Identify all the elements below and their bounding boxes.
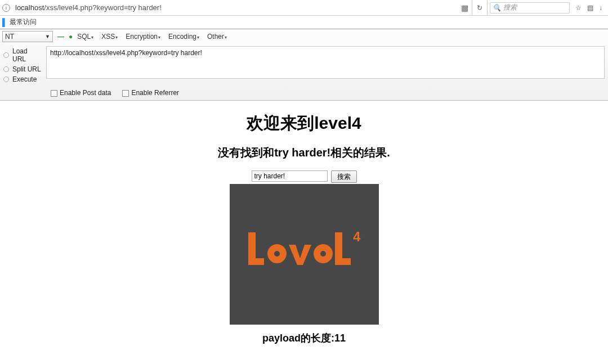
svg-text:4: 4 bbox=[353, 229, 361, 244]
info-icon[interactable]: i bbox=[2, 4, 10, 12]
search-form: 搜索 bbox=[0, 170, 608, 183]
bookmark-most-visited[interactable]: 最常访问 bbox=[10, 17, 37, 27]
hackbar-dropdown[interactable]: NT ▼ bbox=[2, 31, 53, 42]
menu-encoding[interactable]: Encoding bbox=[168, 33, 199, 41]
search-placeholder: 搜索 bbox=[503, 3, 517, 12]
svg-rect-3 bbox=[335, 258, 351, 265]
execute-label: Execute bbox=[12, 75, 37, 83]
level-image: 4 bbox=[230, 184, 379, 325]
hackbar-top-row: NT ▼ — ● SQL XSS Encryption Encoding Oth… bbox=[0, 29, 608, 44]
execute-button[interactable]: Execute bbox=[0, 74, 46, 84]
split-url-button[interactable]: Split URL bbox=[0, 64, 46, 74]
radio-icon bbox=[3, 52, 9, 58]
radio-icon bbox=[3, 77, 9, 82]
enable-referrer-checkbox[interactable]: Enable Referrer bbox=[122, 89, 179, 97]
enable-referrer-label: Enable Referrer bbox=[131, 89, 179, 97]
hackbar-body: Load URL Split URL Execute http://localh… bbox=[0, 44, 608, 87]
browser-url-bar: i localhost/xss/level4.php?keyword=try h… bbox=[0, 0, 608, 16]
enable-post-label: Enable Post data bbox=[60, 89, 111, 97]
qr-icon[interactable]: ▦ bbox=[459, 3, 470, 12]
url-host: localhost bbox=[15, 3, 44, 12]
status-dot-icon: ● bbox=[69, 33, 73, 41]
load-url-button[interactable]: Load URL bbox=[0, 46, 46, 64]
refresh-icon[interactable]: ↻ bbox=[472, 0, 488, 15]
level4-logo: 4 bbox=[245, 229, 363, 280]
load-url-label: Load URL bbox=[12, 47, 43, 63]
clipboard-icon[interactable]: ▤ bbox=[587, 4, 593, 12]
hackbar-options: Enable Post data Enable Referrer bbox=[0, 87, 608, 100]
chevron-down-icon: ▼ bbox=[45, 34, 50, 39]
bookmark-bar: ▌ 最常访问 bbox=[0, 16, 608, 29]
enable-post-checkbox[interactable]: Enable Post data bbox=[51, 89, 111, 97]
browser-search-input[interactable]: 🔍 搜索 bbox=[490, 2, 570, 14]
star-icon[interactable]: ☆ bbox=[575, 4, 582, 12]
checkbox-icon bbox=[122, 90, 129, 97]
radio-icon bbox=[3, 66, 9, 72]
keyword-input[interactable] bbox=[252, 170, 328, 182]
svg-rect-1 bbox=[248, 258, 264, 265]
url-path: /xss/level4.php?keyword=try harder! bbox=[44, 3, 161, 12]
checkbox-icon bbox=[51, 90, 57, 97]
menu-xss[interactable]: XSS bbox=[101, 33, 118, 41]
hackbar-actions: Load URL Split URL Execute bbox=[0, 44, 46, 87]
split-url-label: Split URL bbox=[12, 65, 41, 73]
hackbar-menus: SQL XSS Encryption Encoding Other bbox=[77, 33, 227, 41]
hackbar-panel: NT ▼ — ● SQL XSS Encryption Encoding Oth… bbox=[0, 29, 608, 101]
payload-length: payload的长度:11 bbox=[0, 331, 608, 345]
menu-sql[interactable]: SQL bbox=[77, 33, 93, 41]
bookmark-icon: ▌ bbox=[2, 18, 7, 26]
toolbar-right: ☆ ▤ ↓ bbox=[572, 4, 606, 12]
hackbar-dropdown-value: NT bbox=[5, 33, 14, 41]
download-icon[interactable]: ↓ bbox=[599, 4, 602, 12]
status-dash-icon: — bbox=[57, 33, 64, 41]
url-display[interactable]: localhost/xss/level4.php?keyword=try har… bbox=[12, 2, 457, 14]
menu-other[interactable]: Other bbox=[207, 33, 227, 41]
page-title: 欢迎来到level4 bbox=[0, 112, 608, 135]
menu-encryption[interactable]: Encryption bbox=[126, 33, 160, 41]
search-button[interactable]: 搜索 bbox=[331, 170, 357, 183]
hackbar-url-textarea[interactable]: http://localhost/xss/level4.php?keyword=… bbox=[46, 46, 605, 79]
page-subtitle: 没有找到和try harder!相关的结果. bbox=[0, 145, 608, 160]
search-icon: 🔍 bbox=[493, 4, 501, 12]
page-content: 欢迎来到level4 没有找到和try harder!相关的结果. 搜索 4 p… bbox=[0, 101, 608, 345]
